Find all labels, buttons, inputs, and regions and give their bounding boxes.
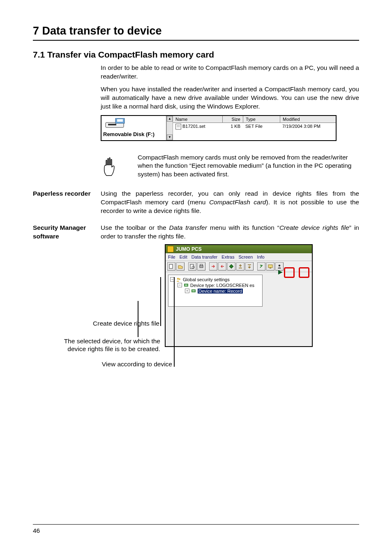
device-tree-panel: − Global security settings − Device type…	[168, 275, 263, 307]
tree-root-label: Global security settings	[183, 277, 230, 282]
tree-collapse-icon[interactable]: −	[178, 283, 182, 287]
callout-view-device: View according to device	[53, 360, 172, 368]
app-titlebar: JUMO PCS	[166, 245, 312, 253]
menu-screen[interactable]: Screen	[238, 254, 253, 259]
svg-point-12	[177, 278, 179, 280]
explorer-drive-label[interactable]: Removable Disk (F:)	[103, 132, 164, 138]
toolbar-view-device-button[interactable]	[266, 262, 274, 271]
tree-device-type-label: Device type: LOGOSCREEN es	[190, 283, 254, 288]
highlight-view-device	[299, 267, 309, 278]
scroll-up-button[interactable]: ▲	[167, 116, 173, 122]
jumo-pcs-window: JUMO PCS File Edit Data transfer Extras …	[165, 244, 313, 347]
device-icon	[191, 289, 196, 294]
svg-rect-1	[108, 124, 116, 125]
toolbar-preview-button[interactable]	[188, 262, 196, 271]
svg-rect-8	[200, 264, 203, 266]
tree-device-type[interactable]: − Device type: LOGOSCREEN es	[170, 282, 261, 288]
label-security-manager: Security Manager software	[33, 224, 101, 241]
toolbar-export-button[interactable]	[236, 262, 244, 271]
toolbar-connect-button[interactable]	[257, 262, 265, 271]
scroll-down-button[interactable]: ▼	[167, 134, 173, 140]
col-size-header[interactable]: Size	[222, 116, 243, 123]
toolbar-users-button[interactable]	[275, 262, 284, 271]
svg-rect-4	[169, 264, 173, 268]
intro-paragraph-2: When you have installed the reader/write…	[101, 85, 359, 111]
file-name: B17201.set	[182, 124, 205, 129]
tree-root[interactable]: − Global security settings	[170, 277, 261, 282]
device-icon	[184, 283, 189, 288]
col-modified-header[interactable]: Modified	[280, 116, 336, 123]
security-manager-text: Use the toolbar or the Data transfer men…	[101, 224, 359, 241]
file-modified: 7/19/2004 3:08 PM	[280, 123, 336, 130]
file-icon	[175, 124, 181, 130]
svg-rect-17	[192, 290, 195, 291]
svg-rect-9	[268, 265, 272, 268]
attention-hand-icon	[101, 156, 117, 176]
app-title: JUMO PCS	[176, 246, 202, 252]
explorer-tree-pane: Removable Disk (F:)	[101, 116, 166, 140]
file-size: 1 KB	[222, 123, 243, 130]
tree-collapse-icon[interactable]: −	[170, 277, 175, 282]
page-number: 46	[33, 527, 40, 534]
svg-rect-15	[185, 284, 187, 286]
toolbar-import-button[interactable]	[245, 262, 254, 271]
app-logo-icon	[167, 246, 174, 252]
col-name-header[interactable]: Name	[173, 116, 222, 123]
explorer-file-row[interactable]: B17201.set 1 KB SET File 7/19/2004 3:08 …	[173, 123, 336, 130]
svg-rect-10	[270, 268, 271, 268]
toolbar-create-rights-button[interactable]	[227, 262, 235, 271]
svg-point-11	[279, 265, 281, 267]
app-menubar: File Edit Data transfer Extras Screen In…	[166, 253, 312, 261]
toolbar-new-button[interactable]	[167, 262, 175, 271]
explorer-file-list: Name Size Type Modified B17201.set 1 KB …	[173, 116, 336, 140]
menu-edit[interactable]: Edit	[180, 254, 187, 259]
svg-point-13	[179, 278, 180, 280]
toolbar-open-button[interactable]	[176, 262, 184, 271]
toolbar-transfer-from-button[interactable]	[209, 262, 217, 271]
svg-rect-3	[117, 119, 123, 122]
menu-extras[interactable]: Extras	[221, 254, 234, 259]
label-paperless-recorder: Paperless recorder	[33, 190, 101, 198]
removable-disk-icon	[103, 117, 128, 131]
callout-selected-device: The selected device, for which the devic…	[16, 337, 160, 353]
section-title: 7.1 Transfer via CompactFlash memory car…	[33, 50, 359, 60]
toolbar-transfer-to-button[interactable]	[218, 262, 226, 271]
col-type-header[interactable]: Type	[243, 116, 280, 123]
highlight-create-rights	[284, 267, 295, 278]
paperless-recorder-text: Using the paperless recorder, you can on…	[101, 190, 359, 215]
chapter-title: 7 Data transfer to device	[33, 25, 359, 41]
file-type: SET File	[243, 123, 280, 130]
intro-paragraph-1: In order to be able to read or write to …	[101, 64, 359, 81]
menu-info[interactable]: Info	[257, 254, 264, 259]
svg-rect-7	[200, 266, 203, 268]
explorer-scrollbar[interactable]: ▲ ▼	[166, 116, 173, 140]
tree-expand-icon[interactable]: +	[185, 289, 189, 293]
menu-file[interactable]: File	[168, 254, 175, 259]
callout-create-rights: Create device rights file	[53, 319, 159, 327]
note-text: CompactFlash memory cards must only be r…	[138, 153, 359, 179]
tree-device-name[interactable]: + Device name: Recorder 1	[170, 288, 261, 294]
menu-data-transfer[interactable]: Data transfer	[191, 254, 218, 259]
users-icon	[176, 277, 181, 282]
explorer-window: Removable Disk (F:) ▲ ▼ Name Size Type M…	[101, 115, 337, 141]
explorer-column-headers: Name Size Type Modified	[173, 116, 336, 123]
toolbar-print-button[interactable]	[197, 262, 205, 271]
